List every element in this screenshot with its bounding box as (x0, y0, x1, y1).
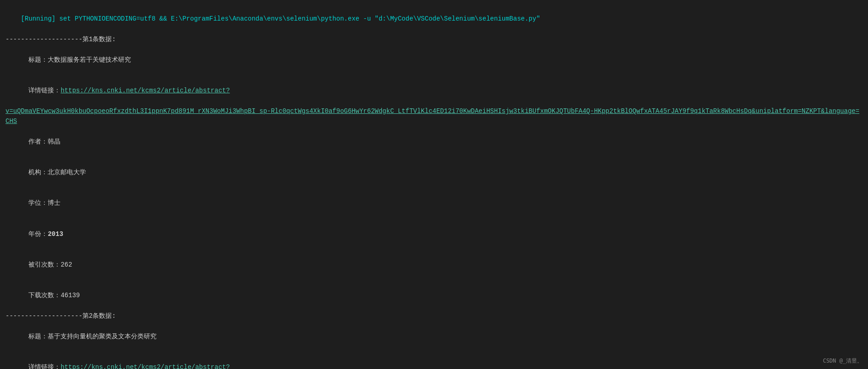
citations-label-1: 被引次数： (28, 261, 60, 268)
institution-label-1: 机构： (28, 169, 48, 176)
title-value-1: 大数据服务若干关键技术研究 (48, 56, 131, 64)
link-rest-1[interactable]: v=uQDmaVEYwcw3ukH0kbuOcpoeoRfxzdthL3I1pp… (5, 106, 863, 127)
degree-line-1: 学位：博士 (5, 188, 863, 219)
downloads-line-1: 下载次数：46139 (5, 280, 863, 311)
title-line-1: 标题：大数据服务若干关键技术研究 (5, 45, 863, 75)
link-line-2: 详情链接：https://kns.cnki.net/kcms2/article/… (5, 352, 863, 369)
title-label-2: 标题： (28, 333, 48, 340)
citations-line-1: 被引次数：262 (5, 249, 863, 280)
separator-2: --------------------第2条数据: (5, 311, 863, 321)
record-2: --------------------第2条数据: 标题：基于支持向量机的聚类… (5, 311, 863, 369)
title-value-2: 基于支持向量机的聚类及文本分类研究 (48, 333, 157, 340)
separator-1: --------------------第1条数据: (5, 34, 863, 44)
year-value-1: 2013 (48, 230, 63, 238)
link-url-1[interactable]: https://kns.cnki.net/kcms2/article/abstr… (60, 87, 230, 94)
watermark: CSDN @_清昱。 (823, 357, 863, 365)
author-label-1: 作者： (28, 138, 48, 145)
downloads-value-1: 46139 (60, 292, 80, 299)
link-label-2: 详情链接： (28, 364, 60, 369)
downloads-label-1: 下载次数： (28, 292, 60, 299)
institution-line-1: 机构：北京邮电大学 (5, 157, 863, 188)
terminal-output: [Running] set PYTHONIOENCODING=utf8 && E… (5, 4, 863, 369)
running-tag: [Running] set PYTHONIOENCODING=utf8 && E… (21, 15, 540, 22)
author-value-1: 韩晶 (48, 138, 60, 145)
year-line-1: 年份：2013 (5, 219, 863, 249)
title-line-2: 标题：基于支持向量机的聚类及文本分类研究 (5, 321, 863, 352)
title-label-1: 标题： (28, 56, 48, 64)
link-line-1: 详情链接：https://kns.cnki.net/kcms2/article/… (5, 75, 863, 106)
link-url-2[interactable]: https://kns.cnki.net/kcms2/article/abstr… (60, 364, 230, 369)
degree-label-1: 学位： (28, 199, 48, 207)
degree-value-1: 博士 (48, 199, 60, 207)
record-1: --------------------第1条数据: 标题：大数据服务若干关键技… (5, 34, 863, 311)
author-line-1: 作者：韩晶 (5, 127, 863, 157)
running-line: [Running] set PYTHONIOENCODING=utf8 && E… (5, 4, 863, 34)
link-label-1: 详情链接： (28, 87, 60, 94)
citations-value-1: 262 (60, 261, 72, 268)
year-label-1: 年份： (28, 230, 48, 238)
institution-value-1: 北京邮电大学 (48, 169, 86, 176)
